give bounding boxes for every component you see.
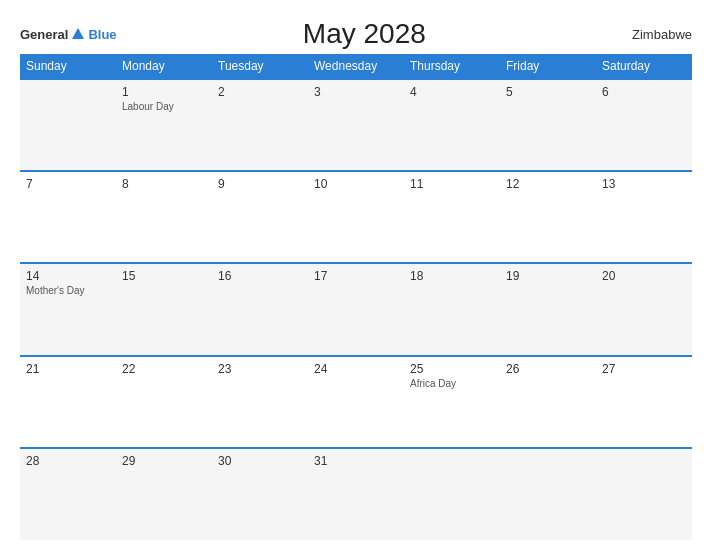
calendar-cell: 12 [500,171,596,263]
logo-triangle-icon [72,28,84,39]
day-number: 28 [26,454,110,468]
calendar-cell: 17 [308,263,404,355]
calendar-cell: 2 [212,79,308,171]
holiday-name: Africa Day [410,378,494,389]
calendar-cell: 29 [116,448,212,540]
day-number: 8 [122,177,206,191]
day-number: 31 [314,454,398,468]
calendar-cell: 30 [212,448,308,540]
logo-blue-text: Blue [88,27,116,42]
day-number: 21 [26,362,110,376]
calendar-cell: 6 [596,79,692,171]
calendar-cell: 23 [212,356,308,448]
calendar-cell: 27 [596,356,692,448]
calendar-cell: 13 [596,171,692,263]
weekday-header-saturday: Saturday [596,54,692,79]
calendar-cell: 14Mother's Day [20,263,116,355]
day-number: 26 [506,362,590,376]
calendar-cell: 9 [212,171,308,263]
day-number: 4 [410,85,494,99]
calendar-cell: 20 [596,263,692,355]
calendar-cell: 25Africa Day [404,356,500,448]
calendar-week-row: 78910111213 [20,171,692,263]
weekday-header-sunday: Sunday [20,54,116,79]
weekday-header-wednesday: Wednesday [308,54,404,79]
day-number: 19 [506,269,590,283]
day-number: 12 [506,177,590,191]
calendar-cell: 3 [308,79,404,171]
calendar-cell: 24 [308,356,404,448]
calendar-cell: 18 [404,263,500,355]
day-number: 24 [314,362,398,376]
calendar-cell: 31 [308,448,404,540]
day-number: 14 [26,269,110,283]
day-number: 2 [218,85,302,99]
calendar-table: SundayMondayTuesdayWednesdayThursdayFrid… [20,54,692,540]
day-number: 7 [26,177,110,191]
day-number: 5 [506,85,590,99]
weekday-header-tuesday: Tuesday [212,54,308,79]
holiday-name: Mother's Day [26,285,110,296]
day-number: 25 [410,362,494,376]
calendar-week-row: 14Mother's Day151617181920 [20,263,692,355]
calendar-cell: 19 [500,263,596,355]
country-label: Zimbabwe [612,27,692,42]
calendar-cell: 21 [20,356,116,448]
calendar-cell: 28 [20,448,116,540]
calendar-cell: 26 [500,356,596,448]
calendar-week-row: 28293031 [20,448,692,540]
weekday-header-row: SundayMondayTuesdayWednesdayThursdayFrid… [20,54,692,79]
calendar-cell: 22 [116,356,212,448]
day-number: 9 [218,177,302,191]
logo-general-text: General [20,27,68,42]
calendar-cell: 5 [500,79,596,171]
day-number: 22 [122,362,206,376]
day-number: 10 [314,177,398,191]
calendar-title: May 2028 [117,18,612,50]
day-number: 6 [602,85,686,99]
day-number: 29 [122,454,206,468]
weekday-header-monday: Monday [116,54,212,79]
day-number: 15 [122,269,206,283]
day-number: 11 [410,177,494,191]
calendar-cell: 8 [116,171,212,263]
day-number: 20 [602,269,686,283]
day-number: 23 [218,362,302,376]
day-number: 27 [602,362,686,376]
day-number: 13 [602,177,686,191]
calendar-cell: 15 [116,263,212,355]
calendar-cell: 4 [404,79,500,171]
weekday-header-thursday: Thursday [404,54,500,79]
day-number: 1 [122,85,206,99]
calendar-cell: 1Labour Day [116,79,212,171]
calendar-week-row: 2122232425Africa Day2627 [20,356,692,448]
calendar-week-row: 1Labour Day23456 [20,79,692,171]
calendar-cell: 16 [212,263,308,355]
calendar-cell: 7 [20,171,116,263]
calendar-cell: 10 [308,171,404,263]
calendar-cell [500,448,596,540]
day-number: 17 [314,269,398,283]
calendar-cell [404,448,500,540]
day-number: 16 [218,269,302,283]
calendar-cell: 11 [404,171,500,263]
logo: General Blue [20,25,117,43]
calendar-cell [20,79,116,171]
holiday-name: Labour Day [122,101,206,112]
day-number: 18 [410,269,494,283]
day-number: 3 [314,85,398,99]
day-number: 30 [218,454,302,468]
weekday-header-friday: Friday [500,54,596,79]
calendar-cell [596,448,692,540]
top-bar: General Blue May 2028 Zimbabwe [20,18,692,50]
